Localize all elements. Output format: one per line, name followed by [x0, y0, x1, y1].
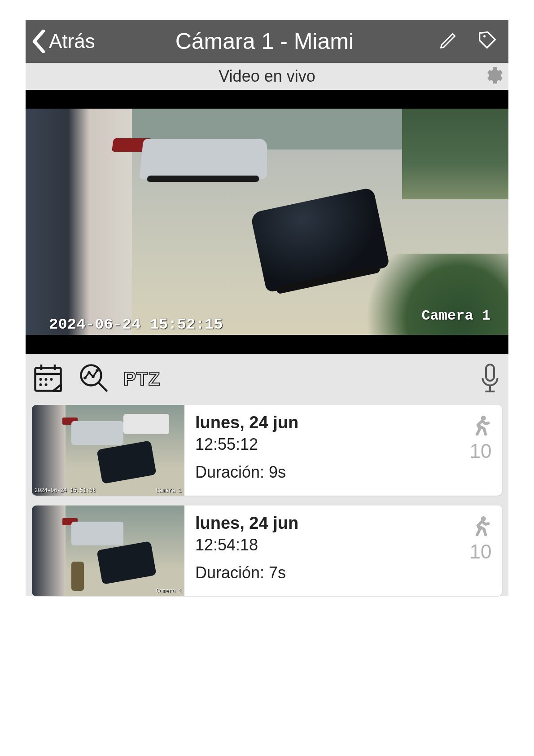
event-item[interactable]: 2024-06-24 15:51:08 Camera 1 lunes, 24 j…: [32, 405, 502, 496]
svg-point-15: [96, 369, 99, 372]
event-date: lunes, 24 jun: [195, 514, 455, 533]
event-thumbnail: Camera 1: [32, 505, 184, 596]
page-title: Cámara 1 - Miami: [91, 28, 438, 54]
ptz-button[interactable]: PTZ: [123, 368, 160, 390]
subheader-title: Video en vivo: [26, 67, 508, 86]
event-time: 12:55:12: [195, 435, 455, 454]
person-motion-icon: [469, 514, 492, 539]
svg-point-14: [92, 375, 95, 378]
back-label: Atrás: [49, 30, 95, 53]
event-list: 2024-06-24 15:51:08 Camera 1 lunes, 24 j…: [26, 405, 508, 596]
event-time: 12:54:18: [195, 536, 455, 554]
event-meta: 10: [459, 405, 502, 496]
svg-point-5: [39, 378, 42, 381]
video-timestamp: 2024-06-24 15:52:15: [49, 316, 223, 333]
event-count: 10: [470, 541, 492, 563]
live-video[interactable]: Camera 1 2024-06-24 15:52:15: [26, 90, 508, 354]
video-camera-label: Camera 1: [421, 308, 490, 324]
svg-point-7: [50, 378, 53, 381]
event-item[interactable]: Camera 1 lunes, 24 jun 12:54:18 Duración…: [32, 505, 502, 596]
event-thumbnail: 2024-06-24 15:51:08 Camera 1: [32, 405, 184, 496]
toolbar: PTZ: [26, 354, 508, 405]
video-scene: [26, 109, 508, 335]
back-button[interactable]: Atrás: [31, 30, 95, 53]
svg-line-11: [99, 383, 107, 391]
tag-icon[interactable]: [478, 31, 498, 52]
event-duration: Duración: 7s: [195, 563, 455, 582]
edit-icon[interactable]: [438, 31, 458, 52]
svg-point-6: [45, 378, 48, 381]
svg-rect-16: [486, 365, 494, 381]
thumb-camera-label: Camera 1: [156, 588, 182, 594]
svg-point-0: [483, 35, 486, 37]
thumb-timestamp: 2024-06-24 15:51:08: [35, 488, 96, 494]
person-motion-icon: [469, 414, 492, 438]
investigate-icon[interactable]: [78, 362, 110, 396]
event-date: lunes, 24 jun: [195, 413, 455, 432]
svg-point-9: [45, 383, 48, 386]
event-meta: 10: [459, 505, 502, 596]
gear-icon[interactable]: [483, 65, 505, 88]
svg-point-13: [88, 371, 91, 374]
event-duration: Duración: 9s: [195, 463, 455, 482]
svg-point-12: [83, 377, 87, 380]
subheader-bar: Video en vivo: [26, 63, 508, 90]
chevron-left-icon: [31, 30, 48, 53]
event-body: lunes, 24 jun 12:55:12 Duración: 9s: [184, 405, 459, 496]
header-bar: Atrás Cámara 1 - Miami: [26, 20, 508, 63]
calendar-icon[interactable]: [32, 362, 64, 396]
event-count: 10: [470, 440, 492, 462]
microphone-icon[interactable]: [478, 362, 502, 396]
svg-point-8: [39, 383, 42, 386]
event-body: lunes, 24 jun 12:54:18 Duración: 7s: [184, 505, 459, 596]
app-frame: Atrás Cámara 1 - Miami Video en vivo: [26, 20, 508, 596]
thumb-camera-label: Camera 1: [156, 488, 182, 494]
